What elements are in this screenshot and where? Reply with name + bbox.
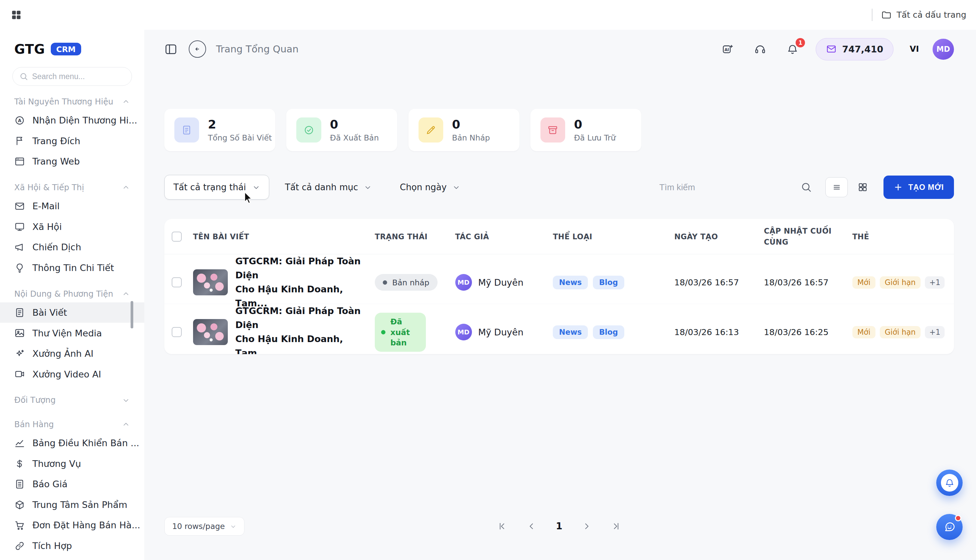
sidebar-scrollbar-thumb[interactable] — [130, 301, 133, 328]
stat-value: 2 — [208, 118, 272, 132]
grid-view-button[interactable] — [853, 178, 872, 197]
sidebar-item-insights[interactable]: Thông Tin Chi Tiết — [0, 258, 144, 278]
tag-badge[interactable]: Mới — [852, 276, 876, 289]
column-header[interactable]: THẺ — [852, 231, 954, 242]
notification-count-badge: 1 — [796, 38, 805, 47]
sidebar-section-header[interactable]: Xã Hội & Tiếp Thị — [0, 177, 144, 196]
all-bookmarks-button[interactable]: Tất cả dấu trang — [881, 10, 966, 20]
sidebar-item-ai-photo-studio[interactable]: Xưởng Ảnh AI — [0, 343, 144, 364]
table-row[interactable]: GTGCRM: Giải Pháp Toàn Diện Cho Hậu Kinh… — [164, 254, 954, 304]
table-search-input[interactable] — [659, 182, 799, 193]
sidebar-item-media-library[interactable]: Thư Viện Media — [0, 323, 144, 343]
column-header[interactable]: TÊN BÀI VIẾT — [193, 231, 375, 242]
sidebar-section-header[interactable]: Tài Nguyên Thương Hiệu — [0, 91, 144, 110]
sidebar-item-ai-video-studio[interactable]: Xưởng Video AI — [0, 364, 144, 385]
date-filter-dropdown[interactable]: Chọn ngày — [400, 182, 460, 192]
language-switcher[interactable]: VI — [910, 44, 919, 54]
next-page-button[interactable] — [581, 521, 592, 532]
announcements-fab[interactable] — [936, 470, 962, 496]
sidebar-item-product-hub[interactable]: Trung Tâm Sản Phẩm — [0, 495, 144, 515]
sales-orders-cart-icon — [14, 520, 25, 531]
logo-crm-badge: CRM — [51, 43, 82, 55]
list-view-button[interactable] — [826, 177, 848, 197]
category-badge[interactable]: News — [553, 325, 588, 339]
chat-notification-dot — [955, 515, 961, 521]
category-badge[interactable]: Blog — [593, 276, 624, 289]
sidebar-search — [12, 67, 132, 86]
updated-date: 18/03/26 16:25 — [764, 327, 852, 337]
tag-badge[interactable]: Giới hạn — [880, 276, 921, 289]
tags-more-badge[interactable]: +1 — [925, 276, 944, 289]
user-avatar[interactable]: MD — [933, 39, 954, 60]
category-badge[interactable]: Blog — [593, 325, 624, 339]
first-page-button[interactable] — [496, 521, 507, 532]
sidebar-section-header[interactable]: Đối Tượng — [0, 390, 144, 409]
grid-view-icon — [857, 182, 868, 193]
support-button[interactable] — [751, 40, 770, 58]
back-button[interactable] — [189, 40, 206, 58]
category-filter-dropdown[interactable]: Tất cả danh mục — [285, 182, 372, 192]
table-header-row: TÊN BÀI VIẾT TRẠNG THÁI TÁC GIẢ THỂ LOẠI… — [164, 219, 954, 254]
updated-date: 18/03/26 16:57 — [764, 278, 852, 287]
sidebar-item-sales-dashboard[interactable]: Bảng Điều Khiển Bán ... — [0, 433, 144, 453]
email-icon — [14, 201, 25, 212]
author-name: Mỹ Duyên — [478, 277, 523, 288]
column-header[interactable]: NGÀY TẠO — [674, 231, 764, 242]
sidebar-item-campaigns[interactable]: Chiến Dịch — [0, 237, 144, 258]
column-header[interactable]: TRẠNG THÁI — [375, 231, 455, 242]
chevron-down-icon — [122, 396, 130, 404]
sidebar-item-brand-identity[interactable]: A Nhận Diện Thương Hi... — [0, 110, 144, 131]
table-row[interactable]: GTGCRM: Giải Pháp Toàn Diện Cho Hậu Kinh… — [164, 304, 954, 354]
previous-page-button[interactable] — [526, 521, 537, 532]
credits-pill[interactable]: 747,410 — [816, 38, 894, 60]
sidebar-item-integrations[interactable]: Tích Hợp — [0, 536, 144, 556]
apps-grid-icon[interactable] — [7, 6, 25, 24]
created-date: 18/03/26 16:57 — [674, 278, 764, 287]
ai-writer-button[interactable]: AI — [719, 40, 737, 58]
column-header[interactable]: THỂ LOẠI — [553, 231, 674, 242]
sidebar-item-quotes[interactable]: Báo Giá — [0, 474, 144, 495]
chevron-right-icon — [582, 521, 592, 531]
column-header[interactable]: TÁC GIẢ — [455, 231, 553, 242]
sidebar-section-audiences: Đối Tượng — [0, 390, 144, 409]
rows-per-page-dropdown[interactable]: 10 rows/page — [164, 517, 244, 536]
sidebar-section-brand-resources: Tài Nguyên Thương Hiệu A Nhận Diện Thươn… — [0, 91, 144, 172]
post-title[interactable]: GTGCRM: Giải Pháp Toàn Diện Cho Hậu Kinh… — [236, 304, 368, 354]
sidebar-section-header[interactable]: Nội Dung & Phương Tiện — [0, 283, 144, 302]
chat-support-fab[interactable] — [936, 514, 962, 540]
status-dot — [381, 330, 386, 334]
tag-badge[interactable]: Mới — [852, 326, 876, 338]
row-checkbox[interactable] — [172, 327, 182, 337]
stat-value: 0 — [330, 118, 379, 132]
sidebar-toggle-icon[interactable] — [164, 43, 177, 56]
chevron-down-icon — [252, 183, 260, 191]
sidebar-item-articles[interactable]: Bài Viết — [0, 302, 144, 323]
sidebar-item-deals[interactable]: Thương Vụ — [0, 453, 144, 474]
sidebar-item-sales-orders[interactable]: Đơn Đặt Hàng Bán Hà... — [0, 515, 144, 536]
sidebar-search-input[interactable] — [12, 67, 132, 86]
post-title[interactable]: GTGCRM: Giải Pháp Toàn Diện Cho Hậu Kinh… — [236, 254, 368, 310]
column-header[interactable]: CẬP NHẬT CUỐI CÙNG — [764, 226, 852, 247]
status-filter-dropdown[interactable]: Tất cả trạng thái — [164, 175, 269, 200]
category-badge[interactable]: News — [553, 276, 588, 289]
create-new-button[interactable]: TẠO MỚI — [884, 175, 954, 199]
row-checkbox[interactable] — [172, 277, 182, 287]
post-thumbnail — [193, 319, 228, 345]
search-icon[interactable] — [801, 182, 812, 193]
tag-badge[interactable]: Giới hạn — [880, 326, 921, 338]
sidebar-item-email[interactable]: E-Mail — [0, 196, 144, 217]
stat-card-total-posts: 2 Tổng Số Bài Viết — [164, 109, 275, 151]
sidebar-item-social[interactable]: Xã Hội — [0, 217, 144, 237]
notifications-button[interactable]: 1 — [783, 40, 802, 58]
sidebar-section-header[interactable]: Bán Hàng — [0, 413, 144, 433]
sidebar-item-landing-page[interactable]: Trang Đích — [0, 130, 144, 151]
current-page[interactable]: 1 — [556, 521, 562, 532]
tags-more-badge[interactable]: +1 — [925, 326, 944, 338]
select-all-checkbox[interactable] — [172, 232, 182, 242]
stat-value: 0 — [574, 118, 616, 132]
chevron-up-icon — [122, 290, 130, 298]
credits-envelope-icon — [826, 44, 837, 54]
sidebar-item-website[interactable]: Trang Web — [0, 151, 144, 172]
last-page-button[interactable] — [611, 521, 622, 532]
browser-bookmarks-bar: Tất cả dấu trang — [0, 0, 976, 30]
